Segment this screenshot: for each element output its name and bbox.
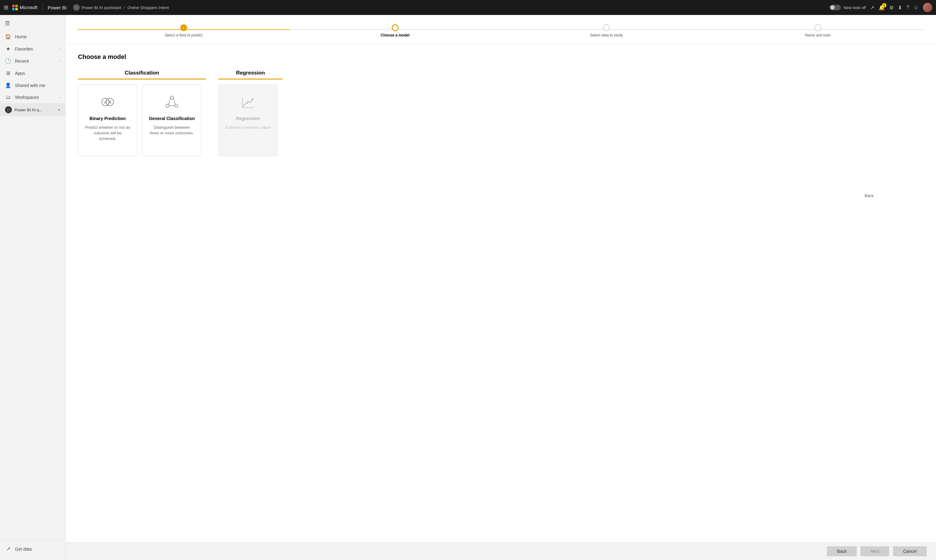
sidebar-apps-label: Apps [15,71,60,76]
step-label-4: Name and train [805,33,831,37]
avatar[interactable] [923,3,932,12]
category-classification: Classification [78,70,206,156]
sidebar-item-workspaces[interactable]: 🗂 Workspaces › [0,91,65,103]
step-circle-2 [392,24,399,31]
notification-icon[interactable]: 🔔 1 [879,5,885,11]
wizard-step-select-data[interactable]: Select data to study [501,24,712,37]
recent-chevron-icon: › [59,59,60,63]
smiley-icon[interactable]: ☺ [913,5,919,10]
regression-title-card: Regression [236,116,260,121]
regression-cards: Regression Estimate a numeric value [218,85,283,156]
sidebar-shared-label: Shared with me [15,83,60,88]
sidebar-spacer [0,116,65,540]
breadcrumb-page-name: Online Shoppers Intent [127,5,169,10]
sidebar-bottom: ↗ Get data [0,540,65,557]
content-area: ✓ Select a field to predict Choose a mod… [66,15,936,560]
back-button[interactable]: Back [827,546,856,556]
download-icon[interactable]: ⬇ [898,5,902,11]
wizard-step-choose-model[interactable]: Choose a model [289,24,501,37]
step-label-3: Select data to study [590,33,623,37]
expand-icon[interactable]: ↗ [870,5,874,11]
sidebar-get-data-label: Get data [15,546,60,552]
workspaces-icon: 🗂 [5,94,11,100]
regression-underline [218,78,283,80]
model-card-regression: Regression Estimate a numeric value [218,85,277,156]
sidebar-recent-label: Recent [15,58,55,64]
breadcrumb-workspace-name[interactable]: Power BI AI quickstart [82,5,121,10]
wizard-step-select-field[interactable]: ✓ Select a field to predict [78,24,289,37]
new-look-toggle[interactable] [830,5,841,10]
svg-line-7 [168,98,170,105]
sidebar-favorites-label: Favorites [15,46,55,51]
svg-point-6 [175,104,178,107]
svg-point-12 [247,103,248,104]
ms-sq-red [12,5,15,7]
model-card-binary[interactable]: Binary Prediction Predict whether or not… [78,85,137,156]
svg-point-10 [251,98,253,100]
breadcrumb: ⬡ Power BI AI quickstart > Online Shoppe… [73,4,169,11]
regression-header: Regression [218,70,283,80]
svg-point-5 [166,104,169,107]
step-circle-1: ✓ [180,24,187,31]
svg-point-11 [249,102,251,103]
step-label-2: Choose a model [380,33,410,37]
workspace-icon: ⬡ [5,106,12,113]
favorites-chevron-icon: › [59,47,60,51]
sidebar-item-favorites[interactable]: ★ Favorites › [0,43,65,55]
sidebar-item-recent[interactable]: 🕐 Recent › [0,55,65,67]
sidebar-item-shared[interactable]: 👤 Shared with me [0,79,65,91]
breadcrumb-workspace-icon: ⬡ [73,4,80,11]
app-name: Power BI [48,5,67,10]
section-title: Choose a model [78,53,924,60]
workspace-chevron-icon: ▾ [58,108,60,112]
regression-icon [241,94,255,110]
help-icon[interactable]: ? [906,5,909,10]
get-data-icon: ↗ [5,546,11,552]
microsoft-label: Microsoft [20,5,37,10]
next-button: Next [861,546,890,556]
sidebar-toggle-wrap[interactable]: ☰ [0,17,65,29]
general-classification-desc: Distinguish between three or more outcom… [149,125,195,136]
svg-point-4 [170,96,173,99]
wizard-steps: ✓ Select a field to predict Choose a mod… [66,15,936,44]
sidebar-active-workspace[interactable]: ⬡ Power BI AI q... ▾ [0,103,65,116]
shared-icon: 👤 [5,82,11,88]
apps-grid-icon[interactable]: ⊞ [4,4,8,11]
ms-logo-squares [12,5,18,10]
recent-icon: 🕐 [5,58,11,64]
sidebar-item-home[interactable]: 🏠 Home [0,31,65,43]
topbar: ⊞ Microsoft Power BI ⬡ Power BI AI quick… [0,0,936,15]
sidebar: ☰ 🏠 Home ★ Favorites › 🕐 Recent › ⊞ Apps… [0,15,66,560]
step-circle-3 [603,24,610,31]
classification-cards: Binary Prediction Predict whether or not… [78,85,206,156]
cancel-button[interactable]: Cancel [893,546,927,556]
classification-header: Classification [78,70,206,80]
wizard-step-name-train[interactable]: Name and train [712,24,924,37]
general-classification-title: General Classification [149,116,195,121]
step-label-1: Select a field to predict [165,33,202,37]
topbar-divider [42,3,43,12]
back-hint: Back [865,193,874,198]
svg-point-0 [102,98,109,106]
new-look-toggle-wrap: New look off [830,5,865,10]
sidebar-item-get-data[interactable]: ↗ Get data [0,543,65,555]
binary-prediction-desc: Predict whether or not an outcome will b… [85,125,131,142]
classification-title: Classification [125,70,159,76]
apps-icon: ⊞ [5,70,11,76]
general-classification-icon [165,94,179,110]
hamburger-icon[interactable]: ☰ [5,20,10,26]
model-card-general-classification[interactable]: General Classification Distinguish betwe… [142,85,202,156]
new-look-label: New look off [844,5,865,10]
settings-icon[interactable]: ⚙ [889,5,894,11]
model-section: Choose a model Classification [66,44,936,542]
svg-line-8 [173,98,175,105]
model-categories: Classification [78,70,924,156]
ms-sq-green [15,5,18,7]
avatar-image [923,3,932,12]
workspace-name: Power BI AI q... [14,108,42,112]
sidebar-item-apps[interactable]: ⊞ Apps [0,67,65,79]
step-circle-4 [814,24,821,31]
workspaces-chevron-icon: › [59,96,60,99]
ms-sq-yellow [15,8,18,10]
breadcrumb-separator: > [123,5,126,10]
